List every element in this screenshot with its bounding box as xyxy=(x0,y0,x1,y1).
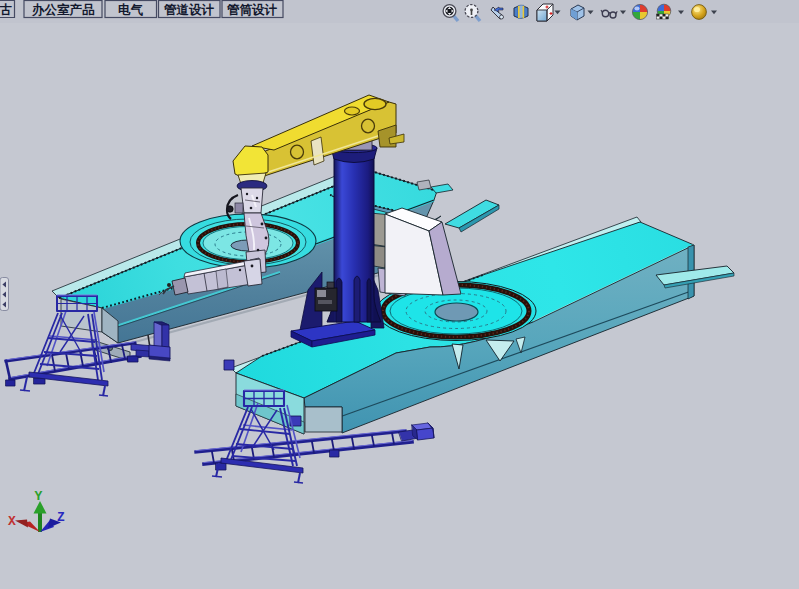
svg-text:电气: 电气 xyxy=(118,3,144,17)
svg-text:古: 古 xyxy=(0,3,13,17)
svg-text:管筒设计: 管筒设计 xyxy=(226,3,278,17)
svg-text:Z: Z xyxy=(57,510,65,525)
svg-text:X: X xyxy=(8,514,16,529)
svg-text:办公室产品: 办公室产品 xyxy=(31,3,95,17)
svg-text:Y: Y xyxy=(35,489,43,504)
svg-text:管道设计: 管道设计 xyxy=(163,3,215,17)
